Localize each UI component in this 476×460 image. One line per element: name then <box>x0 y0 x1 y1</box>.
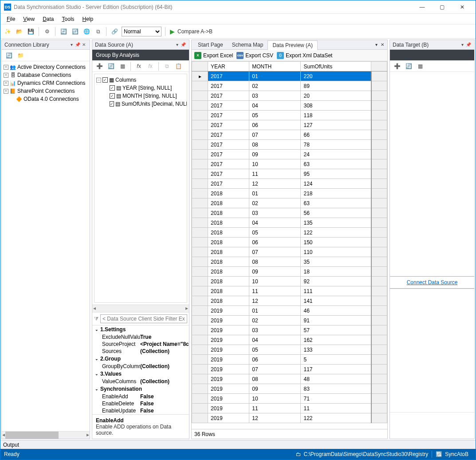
table-row[interactable]: 20190983 <box>192 384 387 394</box>
refresh-icon[interactable]: 🔄 <box>4 51 13 60</box>
cell[interactable]: 122 <box>301 413 371 423</box>
table-row[interactable]: 20171195 <box>192 169 387 179</box>
cell[interactable]: 2017 <box>208 81 249 91</box>
cell[interactable]: 2017 <box>208 130 249 140</box>
table-row[interactable]: 20180356 <box>192 208 387 218</box>
cell[interactable]: 162 <box>301 335 371 345</box>
table-row[interactable]: 201704308 <box>192 101 387 111</box>
cell[interactable]: 10 <box>249 159 301 169</box>
open-icon[interactable]: 📂 <box>15 27 24 36</box>
expand-icon[interactable]: + <box>4 89 8 94</box>
table-row[interactable]: 201712124 <box>192 179 387 189</box>
column-item[interactable]: ✓▤MONTH [String, NULL] <box>96 92 185 100</box>
cell[interactable]: 09 <box>249 384 301 394</box>
gear-icon[interactable]: ⚙ <box>43 27 51 36</box>
cell[interactable]: 35 <box>301 257 371 267</box>
tree-item[interactable]: +📊Dynamics CRM Connections <box>3 79 89 87</box>
grid-icon[interactable]: ▦ <box>118 62 127 71</box>
cell[interactable]: 2019 <box>208 394 249 404</box>
play-icon[interactable]: ▶ <box>170 28 175 35</box>
cell[interactable]: 63 <box>301 159 371 169</box>
table-row[interactable]: 201811111 <box>192 286 387 296</box>
tab-menu-icon[interactable]: ▾ <box>373 42 379 47</box>
minimize-button[interactable]: — <box>412 1 432 13</box>
cell[interactable]: 2019 <box>208 355 249 365</box>
cell[interactable]: 04 <box>249 101 301 111</box>
cell[interactable]: 2019 <box>208 404 249 413</box>
table-row[interactable]: 20181092 <box>192 277 387 286</box>
table-row[interactable]: 201805122 <box>192 228 387 238</box>
cell[interactable]: 10 <box>249 394 301 404</box>
cell[interactable]: 06 <box>249 355 301 365</box>
columns-checkbox[interactable]: ✓ <box>102 77 108 83</box>
cell[interactable]: 118 <box>301 111 371 120</box>
column-item[interactable]: ✓▤YEAR [String, NULL] <box>96 84 185 92</box>
menu-view[interactable]: View <box>20 15 38 24</box>
cell[interactable]: 09 <box>249 267 301 277</box>
table-row[interactable]: 201912122 <box>192 413 387 423</box>
chevron-down-icon[interactable]: ⌄ <box>95 357 98 361</box>
cell[interactable]: 2018 <box>208 267 249 277</box>
cell[interactable]: 308 <box>301 101 371 111</box>
tab-schema-map[interactable]: Schema Map <box>228 40 268 50</box>
cell[interactable]: 04 <box>249 218 301 228</box>
tab-data-preview[interactable]: Data Preview (A) <box>268 40 318 50</box>
cell[interactable]: 2019 <box>208 345 249 355</box>
export-xml-button[interactable]: ⟨⟩Export Xml DataSet <box>277 52 332 59</box>
cell[interactable]: 2018 <box>208 208 249 218</box>
prop-enableadd[interactable]: EnableAddFalse <box>92 393 189 400</box>
cell[interactable]: 218 <box>301 189 371 198</box>
chevron-down-icon[interactable]: ⌄ <box>95 372 98 376</box>
tab-start-page[interactable]: Start Page <box>193 40 228 50</box>
close-button[interactable]: ✕ <box>452 1 472 13</box>
cell[interactable]: 09 <box>249 150 301 159</box>
horizontal-scrollbar[interactable]: ◂ ▸ <box>2 431 90 439</box>
tree-item[interactable]: +👥Active Directory Connections <box>3 63 89 71</box>
cell[interactable]: 18 <box>301 267 371 277</box>
cell[interactable]: 2018 <box>208 257 249 267</box>
cell[interactable]: 2019 <box>208 316 249 325</box>
table-row[interactable]: 20190848 <box>192 374 387 384</box>
cell[interactable]: 2017 <box>208 169 249 179</box>
table-row[interactable]: 20190146 <box>192 306 387 316</box>
prop-excludenull[interactable]: ExcludeNullValuesTrue <box>92 333 189 341</box>
table-row[interactable]: 201905133 <box>192 345 387 355</box>
prop-enabledelete[interactable]: EnableDeleteFalse <box>92 400 189 407</box>
menu-file[interactable]: File <box>3 15 19 24</box>
cell[interactable]: 83 <box>301 384 371 394</box>
cell[interactable]: 11 <box>249 404 301 413</box>
table-row[interactable]: 20180835 <box>192 257 387 267</box>
cell[interactable]: 2018 <box>208 189 249 198</box>
filter-input[interactable] <box>100 314 187 323</box>
cell[interactable]: 2017 <box>208 179 249 189</box>
cell[interactable]: 92 <box>301 277 371 286</box>
cell[interactable]: 127 <box>301 120 371 130</box>
compare-button[interactable]: Compare A->B <box>177 28 212 35</box>
cell[interactable]: 2018 <box>208 286 249 296</box>
cell[interactable]: 11 <box>249 286 301 296</box>
cell[interactable]: 2018 <box>208 277 249 286</box>
cell[interactable]: 5 <box>301 355 371 365</box>
cell[interactable]: 03 <box>249 208 301 218</box>
table-row[interactable]: 20171063 <box>192 159 387 169</box>
cell[interactable]: 2018 <box>208 228 249 238</box>
maximize-button[interactable]: ▢ <box>432 1 452 13</box>
refresh-a-icon[interactable]: 🔄 <box>59 27 68 36</box>
export-excel-button[interactable]: XExport Excel <box>194 52 233 59</box>
column-item[interactable]: ✓▤SumOfUnits [Decimal, NULL] <box>96 100 185 108</box>
cell[interactable]: 2019 <box>208 325 249 335</box>
export-csv-button[interactable]: csvExport CSV <box>236 52 273 59</box>
expand-icon[interactable]: + <box>4 73 8 78</box>
data-grid[interactable]: YEAR MONTH SumOfUnits ▸20170122020170289… <box>192 61 387 429</box>
cell[interactable]: 2019 <box>208 413 249 423</box>
pin-icon[interactable]: 📌 <box>180 42 186 47</box>
table-row[interactable]: 201804135 <box>192 218 387 228</box>
table-row[interactable]: 20190291 <box>192 316 387 325</box>
cell[interactable]: 01 <box>249 189 301 198</box>
checkbox-icon[interactable]: ✓ <box>110 85 115 91</box>
panel-menu-icon[interactable]: ▾ <box>68 42 75 47</box>
table-row[interactable]: 20170766 <box>192 130 387 140</box>
cell[interactable]: 2017 <box>208 150 249 159</box>
table-row[interactable]: 201812141 <box>192 296 387 306</box>
cell[interactable]: 110 <box>301 247 371 257</box>
